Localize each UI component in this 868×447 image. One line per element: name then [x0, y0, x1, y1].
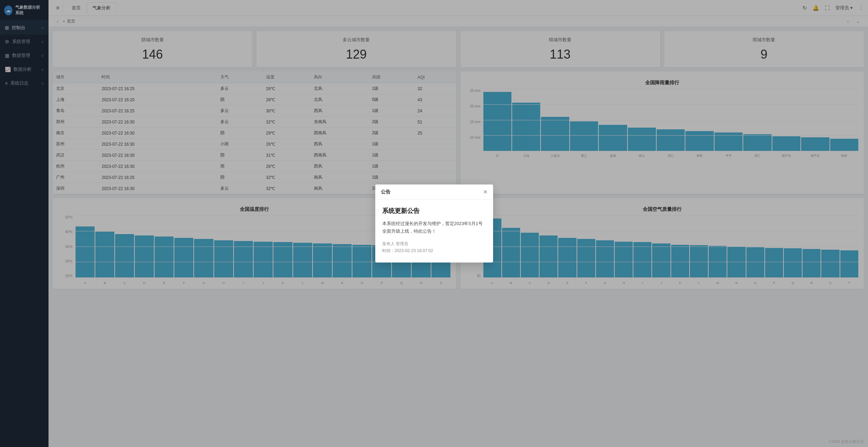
modal-time-value: 2023-02-23 16:07:02	[395, 248, 433, 253]
modal-footer: 发布人 管理员 时间：2023-02-23 16:07:02	[382, 241, 486, 254]
modal-body: 系统更新公告 本系统经过漫长的开发与维护，暂定2023年5月1号全面升级上线，特…	[375, 200, 493, 263]
modal: 公告 ✕ 系统更新公告 本系统经过漫长的开发与维护，暂定2023年5月1号全面升…	[375, 184, 493, 263]
modal-header-title: 公告	[381, 189, 391, 195]
modal-announce-title: 系统更新公告	[382, 207, 486, 215]
modal-time: 时间：2023-02-23 16:07:02	[382, 248, 486, 254]
modal-close-button[interactable]: ✕	[483, 189, 488, 195]
modal-time-label: 时间：	[382, 248, 395, 253]
modal-overlay[interactable]: 公告 ✕ 系统更新公告 本系统经过漫长的开发与维护，暂定2023年5月1号全面升…	[0, 0, 868, 447]
modal-announce-body: 本系统经过漫长的开发与维护，暂定2023年5月1号全面升级上线，特此公告！	[382, 220, 486, 235]
modal-header: 公告 ✕	[375, 184, 493, 200]
modal-publisher: 发布人 管理员	[382, 241, 486, 247]
